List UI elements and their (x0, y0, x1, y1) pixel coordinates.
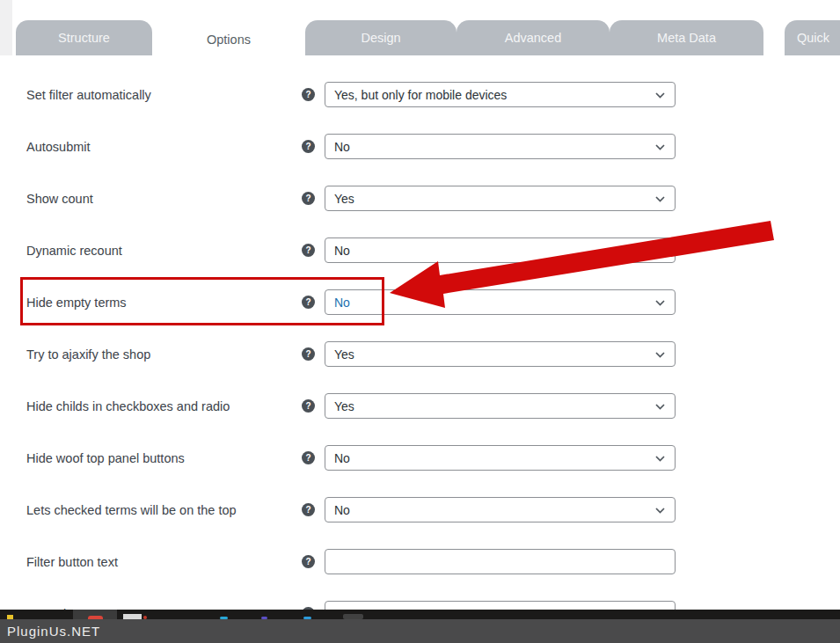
option-row: Set filter automatically ? Yes, but only… (0, 69, 840, 121)
tab-label: Options (207, 33, 251, 47)
option-label: Autosubmit (26, 140, 291, 154)
option-select[interactable]: Yes, but only for mobile devices (325, 82, 676, 107)
plugin-settings-page: Structure Options Design Advanced Meta D… (0, 0, 840, 643)
option-text-input[interactable] (325, 549, 676, 574)
tab-quick[interactable]: Quick (785, 20, 840, 55)
option-row: Reset button text ? (0, 588, 840, 610)
chevron-down-icon (655, 248, 665, 254)
option-label: Try to ajaxify the shop (26, 347, 291, 362)
tab-label: Quick (797, 31, 829, 45)
watermark-text: PluginUs.NET (0, 624, 100, 639)
option-select[interactable]: No (325, 134, 676, 159)
chevron-down-icon (655, 196, 665, 202)
help-icon[interactable]: ? (302, 503, 315, 516)
control-value: Yes (334, 347, 354, 362)
help-icon[interactable]: ? (302, 192, 315, 205)
help-icon[interactable]: ? (302, 347, 315, 361)
control-value: No (334, 244, 350, 258)
option-select[interactable]: No (325, 289, 676, 315)
watermark-bar: PluginUs.NET (0, 619, 840, 643)
help-icon[interactable]: ? (302, 140, 315, 153)
control-value: Yes (334, 399, 354, 413)
option-row: Hide childs in checkboxes and radio ? Ye… (0, 380, 840, 432)
option-label: Set filter automatically (26, 88, 291, 102)
option-label: Lets checked terms will be on the top (26, 503, 291, 517)
options-form: Set filter automatically ? Yes, but only… (0, 55, 840, 610)
option-row: Autosubmit ? No (0, 121, 840, 172)
option-label: Dynamic recount (26, 244, 291, 258)
option-row: Filter button text ? (0, 536, 840, 588)
option-row: Dynamic recount ? No (0, 224, 840, 276)
tab-meta-data[interactable]: Meta Data (610, 20, 763, 55)
option-select[interactable]: No (325, 445, 676, 471)
control-value: No (334, 451, 350, 465)
chevron-down-icon (655, 404, 665, 410)
option-row: Lets checked terms will be on the top ? … (0, 484, 840, 536)
help-icon[interactable]: ? (302, 399, 315, 413)
option-row: Try to ajaxify the shop ? Yes (0, 328, 840, 380)
option-label: Hide childs in checkboxes and radio (26, 399, 291, 413)
option-row: Hide woof top panel buttons ? No (0, 432, 840, 484)
help-icon[interactable]: ? (302, 88, 315, 101)
help-icon[interactable]: ? (302, 555, 315, 568)
help-icon[interactable]: ? (302, 296, 315, 309)
tab-label: Design (361, 31, 400, 45)
control-value: No (334, 503, 350, 517)
tab-label: Advanced (505, 31, 562, 45)
taskbar-strip (0, 610, 840, 619)
help-icon[interactable]: ? (302, 244, 315, 257)
tab-structure[interactable]: Structure (16, 20, 152, 55)
control-value: No (334, 296, 350, 310)
option-select[interactable]: No (325, 237, 676, 263)
chevron-down-icon (655, 508, 665, 514)
help-icon[interactable]: ? (302, 451, 315, 464)
chevron-down-icon (655, 92, 665, 99)
tab-label: Structure (58, 31, 110, 45)
option-row: Show count ? Yes (0, 172, 840, 224)
settings-tab-bar: Structure Options Design Advanced Meta D… (16, 20, 840, 59)
tab-advanced[interactable]: Advanced (457, 20, 610, 55)
option-label: Show count (26, 192, 291, 206)
option-row: Hide empty terms ? No (0, 276, 840, 328)
tab-design[interactable]: Design (305, 20, 457, 55)
option-select[interactable]: Yes (325, 393, 676, 419)
chevron-down-icon (655, 144, 665, 150)
option-label: Hide woof top panel buttons (26, 451, 291, 465)
tab-options[interactable]: Options (152, 20, 305, 59)
control-value: Yes (334, 192, 354, 206)
chevron-down-icon (655, 456, 665, 462)
control-value: No (334, 140, 350, 154)
option-label: Filter button text (26, 555, 291, 569)
option-select[interactable]: Yes (325, 186, 676, 211)
tab-label: Meta Data (657, 31, 716, 45)
chevron-down-icon (655, 300, 665, 306)
option-select[interactable]: No (325, 497, 676, 522)
control-value: Yes, but only for mobile devices (334, 88, 507, 102)
option-text-input[interactable] (325, 601, 676, 610)
option-select[interactable]: Yes (325, 341, 676, 367)
chevron-down-icon (655, 352, 665, 358)
option-label: Hide empty terms (26, 296, 291, 310)
